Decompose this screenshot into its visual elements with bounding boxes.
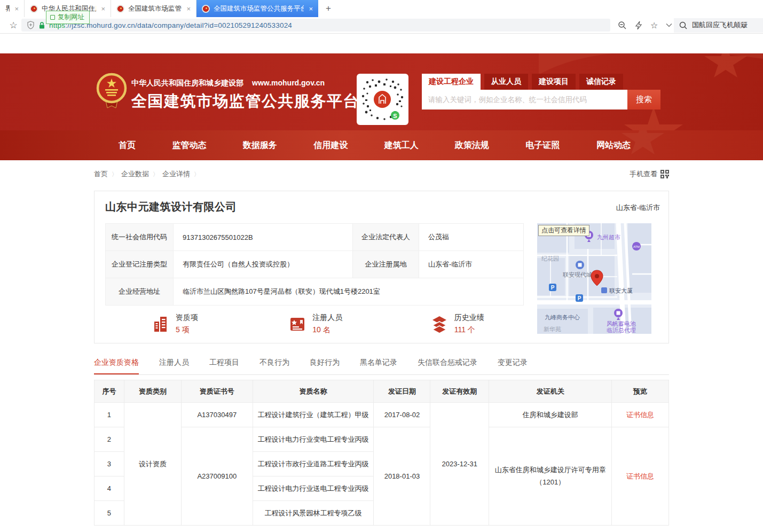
layers-icon bbox=[430, 315, 449, 333]
certificate-info-link[interactable]: 证书信息 bbox=[626, 411, 654, 419]
address-field[interactable]: https://jzsc.mohurd.gov.cn/data/company/… bbox=[21, 19, 610, 32]
browser-search-box[interactable]: 国航回应飞机颠簸 bbox=[674, 18, 763, 33]
tab-projects[interactable]: 工程项目 bbox=[209, 358, 239, 374]
site-header: 中华人民共和国住房和城乡建设部www.mohurd.gov.cn 全国建筑市场监… bbox=[0, 53, 763, 130]
credit-code-label: 统一社会信用代码 bbox=[106, 224, 174, 251]
tab-qualifications[interactable]: 企业资质资格 bbox=[94, 358, 139, 374]
nav-item-home[interactable]: 首页 bbox=[119, 130, 136, 160]
breadcrumb-home[interactable]: 首页 bbox=[94, 169, 108, 179]
close-icon[interactable]: × bbox=[186, 5, 191, 13]
keyword-search-input[interactable] bbox=[422, 90, 627, 109]
certificate-info-link[interactable]: 证书信息 bbox=[626, 472, 654, 480]
credit-code-value: 91371302675501022B bbox=[174, 224, 353, 251]
main-navigation: 首页 监管动态 数据服务 信用建设 建筑工人 政策法规 电子证照 网站动态 bbox=[0, 130, 763, 160]
url-path: ://jzsc.mohurd.gov.cn/data/company/detai… bbox=[65, 21, 292, 29]
table-row: 1 设计资质 A137030497 工程设计建筑行业（建筑工程）甲级 2017-… bbox=[95, 403, 669, 427]
search-tab-enterprise[interactable]: 建设工程企业 bbox=[422, 74, 481, 90]
ministry-line: 中华人民共和国住房和城乡建设部www.mohurd.gov.cn bbox=[131, 78, 325, 88]
close-icon[interactable]: × bbox=[14, 5, 19, 13]
browser-tab-2[interactable]: 全国建筑市场监管公共服务平台 × bbox=[111, 0, 196, 17]
ministry-name: 中华人民共和国住房和城乡建设部 bbox=[131, 79, 243, 87]
svg-text:S: S bbox=[393, 113, 397, 119]
svg-text:P: P bbox=[578, 295, 581, 301]
cell-category: 设计资质 bbox=[124, 403, 181, 526]
tab-label: 全国建筑市场监管公共服务平台 bbox=[128, 4, 182, 13]
company-location-map[interactable]: 九州超市 ATM 纪花园 联安现代城 联安大厦 P P 九峰商务中心 风帆蓄电池… bbox=[537, 223, 651, 334]
cell-no: 3 bbox=[95, 452, 124, 476]
cell-cert-no: A137030497 bbox=[181, 403, 253, 427]
copy-url-tooltip: 复制网址 bbox=[46, 11, 90, 24]
close-icon[interactable]: × bbox=[101, 5, 105, 13]
cell-qual-name: 工程设计电力行业变电工程专业丙级 bbox=[253, 427, 374, 452]
tab-dishonesty[interactable]: 失信联合惩戒记录 bbox=[418, 358, 477, 374]
company-summary-card: 山东中元建筑设计有限公司 山东省-临沂市 统一社会信用代码 9137130267… bbox=[94, 191, 669, 343]
cell-no: 1 bbox=[95, 403, 124, 427]
cell-issue-date: 2018-01-03 bbox=[374, 427, 430, 526]
site-favicon-icon bbox=[116, 5, 124, 13]
nav-item-site-news[interactable]: 网站动态 bbox=[596, 130, 631, 160]
qr-code-icon: S bbox=[360, 77, 405, 122]
tab-label: 全国建筑市场监管公共服务平台 bbox=[214, 4, 304, 13]
zoom-out-icon[interactable] bbox=[618, 21, 627, 30]
nav-item-credit[interactable]: 信用建设 bbox=[313, 130, 348, 160]
legal-rep-label: 企业法定代表人 bbox=[353, 224, 419, 251]
cell-qual-name: 工程设计电力行业送电工程专业丙级 bbox=[253, 476, 374, 501]
reg-region-value: 山东省-临沂市 bbox=[419, 251, 524, 278]
site-search-module: 建设工程企业 从业人员 建设项目 诚信记录 搜索 bbox=[422, 74, 660, 109]
col-header-authority: 发证机关 bbox=[489, 380, 612, 403]
qr-mini-icon bbox=[660, 170, 669, 178]
bookmark-star-icon[interactable]: ☆ bbox=[5, 20, 21, 31]
search-tab-personnel[interactable]: 从业人员 bbox=[484, 74, 528, 90]
browser-tab-active[interactable]: 全国建筑市场监管公共服务平台 × bbox=[196, 0, 318, 17]
nav-item-e-license[interactable]: 电子证照 bbox=[526, 130, 560, 160]
new-tab-button[interactable]: + bbox=[318, 0, 339, 17]
detail-tab-bar: 企业资质资格 注册人员 工程项目 不良行为 良好行为 黑名单记录 失信联合惩戒记… bbox=[94, 358, 669, 375]
tab-registered-personnel[interactable]: 注册人员 bbox=[159, 358, 189, 374]
site-qr-code: S bbox=[357, 74, 408, 125]
col-header-validity: 发证有效期 bbox=[430, 380, 489, 403]
table-header-row: 序号 资质类别 资质证书号 资质名称 发证日期 发证有效期 发证机关 预览 bbox=[95, 380, 669, 403]
search-tab-project[interactable]: 建设项目 bbox=[532, 74, 576, 90]
company-stats: 资质项 5 项 注册人员 10 名 历史业绩 111 个 bbox=[105, 313, 524, 335]
tab-label: 界 bbox=[5, 4, 10, 13]
tab-blacklist[interactable]: 黑名单记录 bbox=[360, 358, 397, 374]
stat-registered-personnel: 注册人员 10 名 bbox=[245, 313, 382, 335]
breadcrumb-company-data[interactable]: 企业数据 bbox=[121, 169, 149, 179]
cell-qual-name: 工程设计风景园林工程专项乙级 bbox=[253, 501, 374, 526]
reg-type-value: 有限责任公司（自然人投资或控股） bbox=[174, 251, 353, 278]
search-button[interactable]: 搜索 bbox=[627, 90, 660, 109]
site-favicon-icon bbox=[202, 5, 210, 13]
company-info-table: 统一社会信用代码 91371302675501022B 企业法定代表人 公茂福 … bbox=[105, 223, 524, 306]
reg-type-label: 企业登记注册类型 bbox=[106, 251, 174, 278]
browser-tab-bar: 界 × 中华人民共和国住房和城乡建设 × 全国建筑市场监管公共服务平台 × 全国… bbox=[0, 0, 763, 17]
tab-bad-behavior[interactable]: 不良行为 bbox=[259, 358, 289, 374]
cell-validity: 2023-12-31 bbox=[430, 403, 489, 526]
nav-item-data-service[interactable]: 数据服务 bbox=[243, 130, 277, 160]
favorite-star-icon[interactable]: ☆ bbox=[650, 20, 658, 30]
company-name: 山东中元建筑设计有限公司 bbox=[105, 200, 237, 214]
copy-url-tooltip-text: 复制网址 bbox=[58, 13, 84, 22]
nav-item-workers[interactable]: 建筑工人 bbox=[384, 130, 419, 160]
stat-label: 资质项 bbox=[176, 313, 198, 323]
breadcrumb-company-detail[interactable]: 企业详情 bbox=[162, 169, 190, 179]
search-tab-credit[interactable]: 诚信记录 bbox=[579, 74, 623, 90]
col-header-name: 资质名称 bbox=[253, 380, 374, 403]
map-label: 联安大厦 bbox=[609, 287, 633, 294]
stat-label: 注册人员 bbox=[312, 313, 342, 323]
page-top-gap bbox=[0, 34, 763, 53]
map-label: 纪花园 bbox=[541, 255, 559, 262]
mobile-view-toggle[interactable]: 手机查看 bbox=[630, 169, 669, 179]
stat-label: 历史业绩 bbox=[454, 313, 484, 323]
nav-item-policy[interactable]: 政策法规 bbox=[455, 130, 489, 160]
chevron-down-icon[interactable] bbox=[666, 23, 672, 27]
shield-add-icon bbox=[27, 21, 35, 29]
browser-tab-0[interactable]: 界 × bbox=[0, 0, 25, 17]
tab-good-behavior[interactable]: 良好行为 bbox=[310, 358, 340, 374]
close-icon[interactable]: × bbox=[309, 5, 313, 13]
browser-url-bar: ☆ https://jzsc.mohurd.gov.cn/data/compan… bbox=[0, 17, 763, 34]
lightning-icon[interactable] bbox=[635, 21, 642, 30]
map-label: 风帆蓄电池 bbox=[607, 320, 636, 327]
cell-authority: 山东省住房和城乡建设厅许可专用章（1201） bbox=[493, 464, 608, 488]
nav-item-supervision[interactable]: 监管动态 bbox=[172, 130, 206, 160]
tab-change-records[interactable]: 变更记录 bbox=[498, 358, 528, 374]
